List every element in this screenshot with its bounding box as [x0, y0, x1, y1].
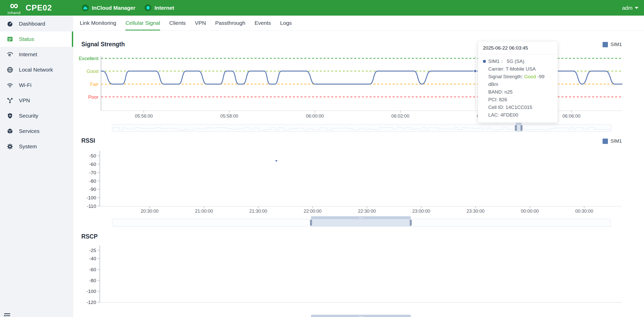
- series-dot-icon: [483, 60, 486, 63]
- svg-text:23:00:00: 23:00:00: [412, 209, 430, 214]
- tooltip-row-band: BAND: n25: [483, 88, 553, 96]
- internet-dot-icon: [145, 4, 151, 11]
- inhand-logo-icon: ∞ inhand: [5, 1, 23, 15]
- svg-text:06:00:00: 06:00:00: [306, 114, 324, 119]
- app-header: ∞ inhand CPE02 InCloud Manager Internet …: [0, 0, 644, 16]
- brand-name: inhand: [7, 10, 20, 15]
- tab-logs[interactable]: Logs: [280, 16, 292, 30]
- datazoom-selection-rssi[interactable]: [311, 219, 411, 227]
- legend-label: SIM1: [610, 42, 622, 47]
- device-name: CPE02: [26, 3, 52, 13]
- tooltip-row-lac: LAC: 4FDE00: [483, 111, 553, 119]
- internet-status: Internet: [145, 0, 174, 16]
- sidebar-item-label: Local Network: [19, 67, 53, 73]
- user-menu[interactable]: adm: [622, 0, 638, 16]
- svg-text:05:56:00: 05:56:00: [135, 114, 153, 119]
- system-icon: [7, 143, 13, 150]
- datazoom-left-handle-rssi[interactable]: [310, 220, 312, 226]
- brand-logo: ∞ inhand CPE02: [5, 0, 52, 16]
- svg-text:-80: -80: [89, 278, 96, 283]
- tab-clients[interactable]: Clients: [169, 16, 186, 30]
- tooltip-row-pci: PCI: 826: [483, 96, 553, 104]
- svg-text:-90: -90: [89, 187, 96, 192]
- tab-link-monitoring[interactable]: Link Monitoring: [80, 16, 116, 30]
- svg-text:00:00:00: 00:00:00: [521, 209, 539, 214]
- level-label-fair: Fair: [90, 82, 98, 87]
- local-network-icon: [7, 66, 13, 73]
- level-label-poor: Poor: [88, 94, 99, 100]
- tooltip-row-carrier: Carrier: T-Mobile USA: [483, 65, 553, 73]
- svg-text:21:30:00: 21:30:00: [249, 209, 267, 214]
- security-icon: [7, 112, 13, 119]
- svg-text:-80: -80: [89, 178, 96, 184]
- level-label-excellent: Excellent: [79, 56, 99, 61]
- incloud-status: InCloud Manager: [82, 0, 135, 16]
- signal-status-value: Good: [524, 74, 536, 79]
- svg-text:06:02:00: 06:02:00: [391, 114, 409, 119]
- sidebar-item-label: Security: [19, 113, 38, 119]
- collapse-sidebar-icon[interactable]: [3, 312, 10, 317]
- svg-text:22:30:00: 22:30:00: [358, 209, 376, 214]
- tab-passthrough[interactable]: Passthrough: [215, 16, 245, 30]
- svg-text:06:06:00: 06:06:00: [562, 114, 580, 119]
- tooltip-network-value: 5G (SA): [507, 58, 524, 65]
- tab-vpn[interactable]: VPN: [195, 16, 206, 30]
- internet-icon: e: [7, 51, 13, 58]
- svg-text:-70: -70: [89, 170, 96, 175]
- svg-text:-120: -120: [86, 300, 96, 305]
- datazoom-right-handle-rssi[interactable]: [410, 220, 412, 226]
- svg-text:-40: -40: [89, 256, 96, 261]
- svg-text:21:00:00: 21:00:00: [195, 209, 213, 214]
- data-point: [275, 160, 277, 161]
- rssi-chart[interactable]: -50-60-70-80-90-100-11020:30:0021:00:002…: [51, 138, 629, 217]
- tab-bar: Link MonitoringCellular SignalClientsVPN…: [73, 16, 644, 31]
- svg-text:-50: -50: [89, 153, 96, 158]
- sidebar-item-label: Dashboard: [19, 21, 45, 27]
- tooltip-row-cell-id: Cell ID: 14C1CC015: [483, 104, 553, 111]
- tab-cellular-signal[interactable]: Cellular Signal: [125, 16, 160, 30]
- datazoom-right-handle-signal-strength[interactable]: [520, 125, 523, 131]
- svg-text:-60: -60: [89, 267, 96, 272]
- level-label-good: Good: [87, 69, 98, 74]
- svg-text:-25: -25: [89, 248, 96, 253]
- incloud-status-label: InCloud Manager: [92, 5, 135, 11]
- sidebar-item-status[interactable]: Status: [0, 31, 73, 47]
- tooltip-row-signal-strength: Signal Strength: Good -99 dBm: [483, 73, 553, 88]
- sidebar-item-services[interactable]: Services: [0, 123, 73, 139]
- chevron-down-icon: [635, 7, 638, 9]
- wifi-icon: [7, 82, 13, 88]
- internet-status-label: Internet: [154, 5, 174, 11]
- svg-text:-110: -110: [87, 203, 96, 209]
- sidebar-item-label: Status: [19, 36, 34, 42]
- legend-swatch: [603, 42, 608, 47]
- datazoom-track-signal-strength[interactable]: [112, 124, 611, 132]
- svg-text:00:30:00: 00:30:00: [575, 209, 593, 214]
- datazoom-move-handle-rssi[interactable]: [311, 216, 411, 219]
- legend-signal-strength-sim1[interactable]: SIM1: [603, 42, 622, 47]
- page-root: ∞ inhand CPE02 InCloud Manager Internet …: [0, 0, 644, 317]
- tab-events[interactable]: Events: [254, 16, 271, 30]
- section-title-signal-strength: Signal Strength: [81, 41, 125, 48]
- datazoom-left-handle-signal-strength[interactable]: [515, 125, 517, 131]
- sidebar-item-label: Services: [19, 128, 40, 134]
- vpn-icon: [7, 97, 13, 104]
- svg-text:23:30:00: 23:30:00: [467, 209, 484, 214]
- svg-text:20:30:00: 20:30:00: [141, 209, 159, 214]
- svg-text:-100: -100: [86, 289, 96, 294]
- svg-text:-60: -60: [89, 162, 96, 167]
- sidebar-item-label: Internet: [19, 51, 37, 58]
- datazoom-move-handle-rscp[interactable]: [311, 315, 411, 317]
- tooltip-sim-label: SIM1：: [488, 58, 504, 65]
- hovered-point-marker: [473, 69, 477, 73]
- svg-text:22:00:00: 22:00:00: [304, 209, 321, 214]
- sidebar-item-label: System: [19, 143, 37, 150]
- user-name: adm: [622, 5, 632, 11]
- cloud-icon: [82, 4, 89, 11]
- chart-tooltip: 2025-06-22 06:03:45 SIM1： 5G (SA) Carrie…: [478, 41, 558, 123]
- rscp-chart[interactable]: -25-40-60-80-100-120: [51, 230, 629, 307]
- status-icon: [7, 36, 13, 42]
- svg-text:05:58:00: 05:58:00: [220, 114, 238, 119]
- tooltip-timestamp: 2025-06-22 06:03:45: [478, 45, 558, 54]
- datazoom-data-shadow: [112, 124, 612, 132]
- sidebar-item-dashboard[interactable]: Dashboard: [0, 16, 73, 31]
